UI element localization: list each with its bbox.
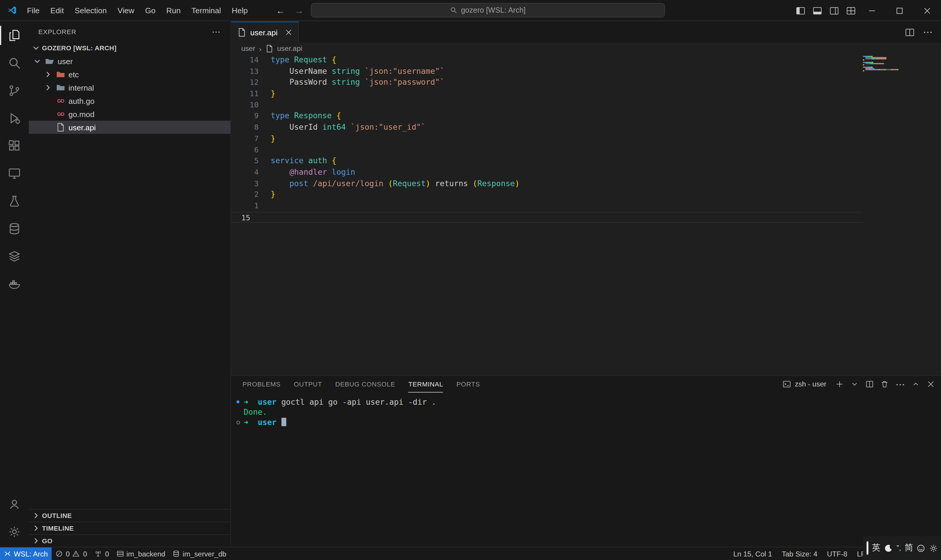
connection-im-server-db[interactable]: im_server_db bbox=[169, 547, 230, 560]
panel-tab-output[interactable]: OUTPUT bbox=[294, 376, 322, 393]
connection-im-backend[interactable]: im_backend bbox=[113, 547, 169, 560]
tab-close-icon[interactable] bbox=[284, 29, 292, 36]
breadcrumb-file[interactable]: user.api bbox=[277, 45, 302, 53]
code-line-7[interactable]: 8 UserId int64 `json:"user_id"` bbox=[231, 122, 863, 133]
close-button[interactable] bbox=[913, 0, 941, 21]
tree-item-user-api[interactable]: user.api bbox=[29, 121, 231, 134]
code-line-6[interactable]: 9type Response { bbox=[231, 111, 863, 122]
activitybar-database[interactable] bbox=[0, 215, 29, 243]
activitybar-layers[interactable] bbox=[0, 242, 29, 270]
maximize-panel-icon[interactable] bbox=[912, 380, 920, 389]
explorer-icon bbox=[7, 28, 22, 43]
more-actions-icon[interactable]: ⋯ bbox=[923, 26, 933, 38]
code-line-2[interactable]: 13 UserName string `json:"username"` bbox=[231, 66, 863, 77]
section-timeline[interactable]: TIMELINE bbox=[29, 522, 231, 534]
menu-file[interactable]: File bbox=[22, 0, 45, 21]
panel-tab-ports[interactable]: PORTS bbox=[457, 376, 480, 393]
line-content: UserId int64 `json:"user_id"` bbox=[259, 122, 426, 133]
close-panel-icon[interactable] bbox=[927, 380, 935, 389]
terminal-profile[interactable]: zsh - user bbox=[783, 380, 826, 389]
panel-tab-terminal[interactable]: TERMINAL bbox=[409, 376, 443, 393]
split-editor-icon[interactable] bbox=[905, 27, 915, 37]
cursor-position[interactable]: Ln 15, Col 1 bbox=[733, 549, 772, 558]
code-line-13[interactable]: 2} bbox=[231, 189, 863, 200]
terminal-viewport[interactable]: ➜ user goctl api go -api user.api -dir .… bbox=[231, 393, 941, 547]
command-center[interactable]: gozero [WSL: Arch] bbox=[311, 3, 665, 17]
code-line-12[interactable]: 3 post /api/user/login (Request) returns… bbox=[231, 178, 863, 189]
menu-run[interactable]: Run bbox=[161, 0, 186, 21]
tree-item-user[interactable]: user bbox=[29, 55, 231, 68]
menu-terminal[interactable]: Terminal bbox=[186, 0, 226, 21]
activitybar-explorer[interactable] bbox=[0, 22, 29, 49]
toggle-sidebar-icon[interactable] bbox=[796, 6, 806, 15]
tree-item-go-mod[interactable]: GOgo.mod bbox=[29, 107, 231, 121]
code-line-15[interactable]: 15 bbox=[231, 212, 863, 223]
breadcrumb-folder[interactable]: user bbox=[241, 45, 255, 53]
ime-punctuation-mode[interactable]: ”, bbox=[896, 544, 901, 552]
activitybar-source-control[interactable] bbox=[0, 77, 29, 105]
menu-edit[interactable]: Edit bbox=[45, 0, 69, 21]
split-terminal-icon[interactable] bbox=[866, 380, 874, 389]
terminal-dropdown-icon[interactable] bbox=[850, 380, 859, 389]
kill-terminal-icon[interactable] bbox=[880, 380, 889, 389]
editor-part: user.api ⋯ user › user.api 14type Reques… bbox=[231, 22, 941, 547]
menu-help[interactable]: Help bbox=[226, 0, 253, 21]
tree-item-etc[interactable]: etc bbox=[29, 68, 231, 81]
activitybar-testing[interactable] bbox=[0, 187, 29, 215]
ime-halfwidth-moon-icon[interactable] bbox=[884, 543, 893, 553]
sidebar-more-actions-icon[interactable]: ⋯ bbox=[212, 27, 221, 37]
tree-item-internal[interactable]: internal bbox=[29, 81, 231, 94]
forward-arrow-icon[interactable]: → bbox=[295, 5, 304, 15]
maximize-button[interactable] bbox=[886, 0, 913, 21]
panel-tab-problems[interactable]: PROBLEMS bbox=[242, 376, 281, 393]
command-decoration-dot[interactable] bbox=[236, 397, 244, 407]
menu-view[interactable]: View bbox=[112, 0, 140, 21]
tree-item-auth-go[interactable]: GOauth.go bbox=[29, 94, 231, 107]
menu-go[interactable]: Go bbox=[140, 0, 161, 21]
line-content bbox=[259, 145, 271, 155]
section-outline[interactable]: OUTLINE bbox=[29, 509, 231, 522]
code-line-11[interactable]: 4 @handler login bbox=[231, 167, 863, 178]
ports-indicator[interactable]: 0 bbox=[91, 547, 113, 560]
activitybar-remote-explorer[interactable] bbox=[0, 160, 29, 187]
section-go[interactable]: GO bbox=[29, 534, 231, 547]
minimize-button[interactable] bbox=[858, 0, 886, 21]
indentation[interactable]: Tab Size: 4 bbox=[782, 549, 817, 558]
back-arrow-icon[interactable]: ← bbox=[276, 5, 285, 15]
panel-tab-debug-console[interactable]: DEBUG CONSOLE bbox=[335, 376, 395, 393]
code-line-8[interactable]: 7} bbox=[231, 133, 863, 145]
ime-charset-mode[interactable]: 简 bbox=[904, 543, 913, 554]
tab-user-api[interactable]: user.api bbox=[231, 22, 299, 42]
customize-layout-icon[interactable] bbox=[846, 6, 856, 15]
toggle-secondary-sidebar-icon[interactable] bbox=[829, 6, 839, 15]
ime-language-mode[interactable]: 英 bbox=[872, 543, 880, 554]
code-line-1[interactable]: 14type Request { bbox=[231, 55, 863, 66]
minimap[interactable] bbox=[863, 56, 934, 375]
code-line-4[interactable]: 11} bbox=[231, 88, 863, 99]
code-line-14[interactable]: 1 bbox=[231, 201, 863, 212]
code-line-5[interactable]: 10 bbox=[231, 99, 863, 111]
activitybar-extensions[interactable] bbox=[0, 132, 29, 160]
ime-emoji-icon[interactable] bbox=[916, 543, 926, 553]
code-line-10[interactable]: 5service auth { bbox=[231, 155, 863, 167]
workspace-root-folder[interactable]: GOZERO [WSL: ARCH] bbox=[29, 42, 231, 55]
remote-indicator[interactable]: WSL: Arch bbox=[0, 547, 51, 560]
menu-selection[interactable]: Selection bbox=[69, 0, 112, 21]
remote-label: WSL: Arch bbox=[14, 549, 48, 558]
toggle-panel-icon[interactable] bbox=[812, 6, 822, 15]
new-terminal-icon[interactable] bbox=[835, 380, 844, 389]
encoding[interactable]: UTF-8 bbox=[827, 549, 847, 558]
problems-indicator[interactable]: 0 0 bbox=[51, 547, 91, 560]
line-content bbox=[259, 201, 271, 212]
activitybar-run-debug[interactable] bbox=[0, 105, 29, 132]
code-line-9[interactable]: 6 bbox=[231, 145, 863, 155]
code-editor[interactable]: 14type Request {13 UserName string `json… bbox=[231, 55, 941, 375]
activitybar-account[interactable] bbox=[0, 490, 29, 518]
activitybar-settings[interactable] bbox=[0, 518, 29, 546]
activitybar-search[interactable] bbox=[0, 49, 29, 77]
command-decoration-circle[interactable] bbox=[236, 417, 244, 427]
ime-settings-gear-icon[interactable] bbox=[929, 543, 938, 553]
panel-more-actions-icon[interactable]: ⋯ bbox=[895, 378, 905, 390]
code-line-3[interactable]: 12 PassWord string `json:"password"` bbox=[231, 77, 863, 88]
activitybar-docker[interactable] bbox=[0, 270, 29, 298]
